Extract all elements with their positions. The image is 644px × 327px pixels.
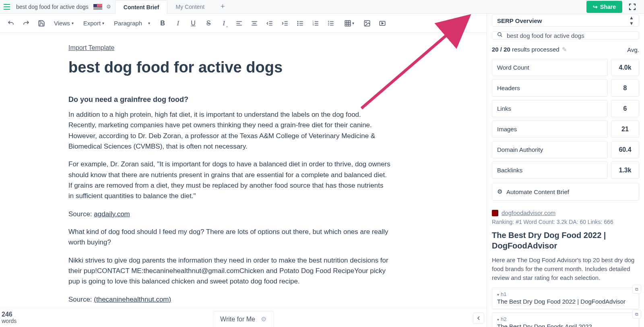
svg-text:3: 3 [313, 24, 314, 26]
metric-row: Images21 [492, 120, 639, 138]
strikethrough-icon[interactable]: S [202, 17, 215, 30]
paragraph: For example, Dr. Zoran said, "It is impo… [68, 159, 390, 201]
align-left-icon[interactable] [232, 17, 246, 30]
export-dropdown[interactable]: Export▾ [79, 17, 108, 30]
write-for-me-button[interactable]: Write for Me ⚙ [213, 311, 274, 327]
gear-icon[interactable]: ⚙ [261, 315, 266, 323]
topbar: best dog food for active dogs ⚙ Content … [0, 0, 644, 14]
metric-value: 4.0k [611, 59, 639, 76]
metric-label: Domain Authority [492, 141, 608, 158]
result-meta: Ranking: #1 Word Count: 3.2k DA: 60 Link… [492, 219, 639, 225]
automate-content-brief-button[interactable]: ⚙ Automate Content Brief [492, 183, 639, 201]
svg-point-2 [297, 25, 298, 25]
sort-icon: ▲▼ [629, 15, 634, 26]
metric-label: Backlinks [492, 161, 608, 179]
heading-text: The Best Dry Dog Foods April 2022 [497, 323, 634, 327]
paragraph: What kind of dog food should I feed my d… [68, 227, 390, 248]
video-icon[interactable] [376, 17, 389, 30]
paragraph-dropdown[interactable]: Paragraph▾ [110, 17, 154, 30]
metric-label: Images [492, 120, 608, 138]
svg-point-0 [297, 21, 298, 22]
fullscreen-icon[interactable] [626, 1, 638, 13]
heading-text: The Best Dry Dog Food 2022 | DogFoodAdvi… [497, 298, 634, 305]
image-icon[interactable] [360, 17, 374, 30]
metric-label: Word Count [492, 59, 608, 76]
paragraph: Source: agdaily.com [68, 209, 390, 219]
copy-icon[interactable]: ⧉ [632, 285, 641, 294]
views-dropdown[interactable]: Views▾ [50, 17, 78, 30]
tab-content-brief[interactable]: Content Brief [115, 0, 168, 14]
metric-row: Backlinks1.3k [492, 161, 639, 179]
editor-pane: Views▾ Export▾ Paragraph▾ B I U S I× 123… [0, 14, 487, 327]
document-body[interactable]: Import Template best dog food for active… [0, 33, 487, 327]
word-count: 246 words [0, 311, 17, 324]
metric-value: 6 [611, 100, 639, 117]
metric-row: Word Count4.0k [492, 59, 639, 76]
paragraph: In addition to a high protein, high fat … [68, 110, 390, 152]
share-button[interactable]: ↪ Share [586, 1, 622, 13]
paragraph: Nikki strives to give dog parents the in… [68, 255, 390, 287]
italic-icon[interactable]: I [171, 17, 185, 30]
outdent-icon[interactable] [263, 17, 277, 30]
tab-my-content[interactable]: My Content [167, 0, 213, 13]
bold-icon[interactable]: B [156, 17, 169, 30]
heading-tag: ▾h1 [497, 291, 634, 297]
settings-gear-icon[interactable]: ⚙ [106, 4, 111, 10]
metric-value: 8 [611, 79, 639, 97]
metric-row: Links6 [492, 100, 639, 117]
result-title: The Best Dry Dog Food 2022 | DogFoodAdvi… [492, 230, 639, 251]
serp-sidebar: SERP Overview ▲▼ 20 / 20 results process… [487, 14, 644, 327]
flag-us-icon[interactable] [93, 4, 102, 10]
collapse-sidebar-icon[interactable] [473, 313, 484, 324]
source-link[interactable]: (thecaninehealthnut.com) [94, 296, 171, 303]
metric-value: 21 [611, 120, 639, 138]
svg-rect-6 [345, 21, 351, 26]
metric-value: 1.3k [611, 161, 639, 179]
edit-pencil-icon[interactable]: ✎ [562, 46, 567, 53]
paragraph: Source: (thecaninehealthnut.com) [68, 294, 390, 305]
result-domain-link[interactable]: dogfoodadvisor.com [502, 209, 555, 216]
metric-value: 60.4 [611, 141, 639, 158]
heading-tag: ▾h2 [497, 316, 634, 322]
metric-row: Headers8 [492, 79, 639, 97]
clear-format-icon[interactable]: I× [217, 17, 231, 30]
checklist-icon[interactable] [324, 17, 338, 30]
share-icon: ↪ [593, 4, 598, 10]
search-input[interactable] [507, 32, 634, 39]
metric-label: Links [492, 100, 608, 117]
hamburger-menu-icon[interactable] [0, 4, 14, 10]
editor-footer: 246 words Write for Me ⚙ [0, 308, 487, 327]
heading-item[interactable]: ⧉▾h2The Best Dry Dog Foods April 2022 [492, 313, 639, 327]
tab-add[interactable]: + [213, 0, 233, 13]
search-icon [497, 32, 503, 39]
svg-point-1 [297, 23, 298, 24]
document-title: best dog food for active dogs [14, 4, 91, 10]
import-template-link[interactable]: Import Template [68, 44, 114, 52]
heading-item[interactable]: ⧉▾h1The Best Dry Dog Food 2022 | DogFood… [492, 288, 639, 309]
section-heading: Do you need a grainfree dog food? [68, 95, 390, 104]
underline-icon[interactable]: U [186, 17, 200, 30]
serp-result: dogfoodadvisor.com Ranking: #1 Word Coun… [492, 209, 639, 327]
metric-label: Headers [492, 79, 608, 97]
metric-row: Domain Authority60.4 [492, 141, 639, 158]
serp-search[interactable] [492, 31, 639, 39]
save-icon[interactable] [35, 17, 48, 30]
bullet-list-icon[interactable] [293, 17, 307, 30]
favicon-icon [492, 210, 498, 216]
editor-toolbar: Views▾ Export▾ Paragraph▾ B I U S I× 123… [0, 14, 487, 33]
result-snippet: Here are The Dog Food Advisor's top 20 b… [492, 256, 639, 282]
results-processed: 20 / 20 results processed✎ Avg. [492, 46, 639, 53]
redo-icon[interactable] [19, 17, 33, 30]
table-icon[interactable]: ▾ [339, 17, 359, 30]
indent-icon[interactable] [278, 17, 292, 30]
svg-point-11 [498, 33, 501, 36]
svg-point-8 [365, 22, 366, 23]
serp-view-select[interactable]: SERP Overview ▲▼ [492, 14, 639, 27]
undo-icon[interactable] [4, 17, 18, 30]
number-list-icon[interactable]: 123 [309, 17, 322, 30]
page-title: best dog food for active dogs [68, 59, 390, 76]
sliders-icon: ⚙ [497, 188, 502, 195]
align-center-icon[interactable] [248, 17, 261, 30]
copy-icon[interactable]: ⧉ [632, 310, 641, 319]
source-link[interactable]: agdaily.com [94, 210, 130, 218]
